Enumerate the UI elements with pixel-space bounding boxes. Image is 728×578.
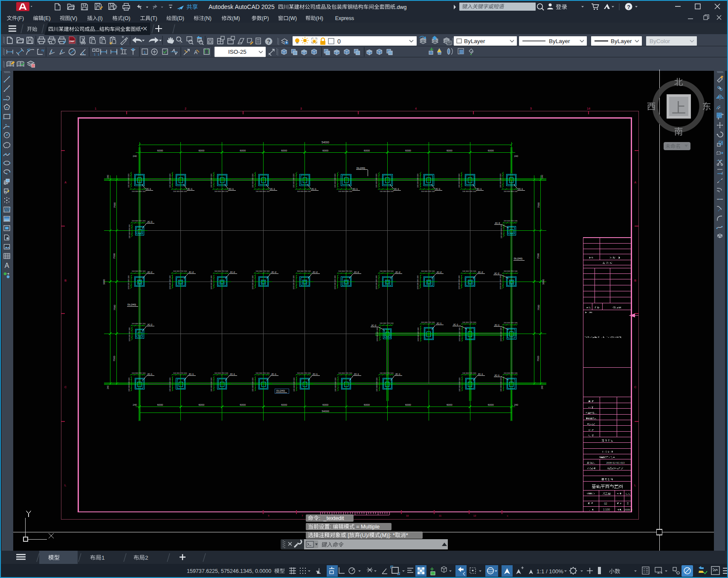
svg-text:JC-2: JC-2 bbox=[313, 271, 318, 273]
svg-text:240: 240 bbox=[133, 155, 136, 157]
svg-text:7: 7 bbox=[302, 514, 303, 517]
svg-text:JC-1: JC-1 bbox=[494, 324, 499, 326]
svg-text:1: 1 bbox=[102, 555, 105, 561]
svg-text:100 600 600 100: 100 600 600 100 bbox=[334, 275, 336, 289]
svg-text:54000: 54000 bbox=[322, 410, 329, 412]
svg-text:A: A bbox=[5, 262, 9, 269]
svg-text:JC-2: JC-2 bbox=[371, 324, 376, 327]
svg-text:6000: 6000 bbox=[405, 149, 411, 152]
svg-text:0: 0 bbox=[337, 38, 341, 45]
svg-text:100 600 600 100: 100 600 600 100 bbox=[500, 327, 502, 341]
svg-text:100 600 720 100: 100 600 720 100 bbox=[504, 372, 518, 374]
svg-text:JC-1: JC-1 bbox=[518, 188, 523, 190]
svg-text:...: ... bbox=[95, 26, 99, 32]
svg-text:7500: 7500 bbox=[113, 253, 116, 259]
svg-text:100 600 600 100: 100 600 600 100 bbox=[375, 275, 377, 289]
svg-text:7500: 7500 bbox=[537, 305, 540, 311]
svg-text:3: 3 bbox=[300, 107, 302, 110]
svg-text:JC-2: JC-2 bbox=[436, 271, 441, 273]
svg-text:100 600 900 100: 100 600 900 100 bbox=[375, 174, 377, 188]
svg-text:(E): (E) bbox=[44, 15, 50, 21]
svg-text:100 600 720 100: 100 600 720 100 bbox=[256, 270, 270, 272]
svg-text:(H): (H) bbox=[316, 15, 323, 21]
svg-text:100 600 600 100: 100 600 600 100 bbox=[500, 378, 502, 392]
svg-text:?: ? bbox=[267, 39, 270, 45]
svg-text:11: 11 bbox=[439, 514, 442, 517]
svg-text:2: 2 bbox=[185, 107, 186, 110]
svg-text:240: 240 bbox=[514, 155, 518, 157]
svg-text:100 600 600 100: 100 600 600 100 bbox=[128, 224, 131, 238]
svg-text:): ) bbox=[621, 337, 622, 338]
svg-text:JC-1: JC-1 bbox=[435, 188, 440, 190]
svg-text:JC-2: JC-2 bbox=[271, 271, 276, 273]
svg-text:): ) bbox=[592, 423, 593, 425]
svg-text:JC-2: JC-2 bbox=[478, 271, 483, 273]
svg-text:1: 1 bbox=[98, 52, 99, 56]
svg-text:(T): (T) bbox=[151, 15, 157, 21]
svg-text:100 600 900 100: 100 600 900 100 bbox=[293, 174, 295, 188]
svg-text:100 600 600 100: 100 600 600 100 bbox=[417, 327, 419, 341]
svg-text:(O): (O) bbox=[123, 15, 131, 21]
svg-text:240: 240 bbox=[514, 404, 518, 406]
svg-text:100 600 600 100: 100 600 600 100 bbox=[252, 275, 254, 289]
svg-text:6000: 6000 bbox=[488, 149, 494, 152]
svg-text:2: 2 bbox=[145, 555, 148, 561]
svg-text:JC-1: JC-1 bbox=[311, 188, 316, 190]
svg-text:(V): (V) bbox=[70, 15, 77, 21]
svg-text:JC-2: JC-2 bbox=[354, 271, 359, 273]
svg-text:6000: 6000 bbox=[281, 149, 287, 152]
svg-text:1: 1 bbox=[144, 50, 146, 55]
svg-text:100 600 600 100: 100 600 600 100 bbox=[421, 190, 435, 192]
svg-text:ISO-25: ISO-25 bbox=[228, 49, 247, 55]
svg-text:100 600 600 100: 100 600 600 100 bbox=[169, 378, 171, 392]
svg-text:100 600 720 100: 100 600 720 100 bbox=[421, 321, 435, 323]
svg-text:100 600 720 100: 100 600 720 100 bbox=[338, 372, 352, 374]
svg-text:100 600 720 100: 100 600 720 100 bbox=[297, 372, 311, 374]
svg-text:ByColor: ByColor bbox=[650, 38, 670, 44]
svg-text:JC-1: JC-1 bbox=[354, 373, 359, 375]
svg-text:3000: 3000 bbox=[542, 279, 545, 285]
svg-text:100 600 720 100: 100 600 720 100 bbox=[132, 322, 146, 325]
svg-text:100 600 600 100: 100 600 600 100 bbox=[173, 190, 187, 192]
svg-text:(: ( bbox=[589, 423, 590, 425]
svg-text:JC-2: JC-2 bbox=[395, 271, 400, 273]
svg-text:100 600 600 100: 100 600 600 100 bbox=[128, 275, 130, 289]
svg-text:C: C bbox=[64, 386, 67, 389]
svg-text:A: A bbox=[634, 181, 636, 184]
svg-text:L: L bbox=[64, 484, 67, 487]
svg-text:100 600 720 100: 100 600 720 100 bbox=[132, 220, 146, 222]
svg-text:6000: 6000 bbox=[240, 403, 246, 406]
svg-text:B: B bbox=[634, 279, 636, 282]
svg-text:100 600 720 100: 100 600 720 100 bbox=[256, 372, 270, 374]
svg-text:100 600 600 100: 100 600 600 100 bbox=[210, 378, 212, 392]
svg-text:240: 240 bbox=[107, 386, 109, 389]
svg-text:2008-SJ-SC-013: 2008-SJ-SC-013 bbox=[606, 462, 624, 464]
svg-text:JC-3: JC-3 bbox=[147, 221, 152, 223]
svg-text:(W): (W) bbox=[288, 15, 297, 21]
svg-text:7500: 7500 bbox=[537, 203, 540, 208]
svg-text:JC-1: JC-1 bbox=[229, 188, 234, 190]
svg-text:JC-1: JC-1 bbox=[436, 322, 441, 325]
svg-text:6000: 6000 bbox=[447, 149, 452, 152]
svg-text:1:1 / 100%: 1:1 / 100% bbox=[537, 568, 563, 575]
svg-text:100 600 720 100: 100 600 720 100 bbox=[380, 322, 394, 324]
svg-text:B: B bbox=[64, 279, 67, 282]
svg-text:C: C bbox=[634, 386, 636, 389]
svg-text:DL(240): DL(240) bbox=[514, 257, 522, 260]
svg-text:100 600 600 100: 100 600 600 100 bbox=[293, 275, 295, 289]
svg-text:100 600 900 100: 100 600 900 100 bbox=[499, 174, 502, 188]
svg-text:7500: 7500 bbox=[113, 305, 116, 311]
svg-text:100 600 720 100: 100 600 720 100 bbox=[338, 270, 352, 272]
svg-text:6000: 6000 bbox=[157, 149, 163, 152]
svg-text:100 600 900 100: 100 600 900 100 bbox=[169, 174, 171, 188]
svg-text:JC-1: JC-1 bbox=[476, 188, 481, 190]
svg-text:100 600 600 100: 100 600 600 100 bbox=[458, 378, 461, 392]
svg-text:100 600 600 100: 100 600 600 100 bbox=[215, 190, 229, 192]
svg-text:(F): (F) bbox=[17, 15, 24, 21]
svg-text:100 600 720 100: 100 600 720 100 bbox=[297, 270, 311, 272]
svg-text:100 600 720 100: 100 600 720 100 bbox=[504, 270, 518, 272]
svg-text:10: 10 bbox=[406, 514, 409, 517]
svg-text:DL(240): DL(240) bbox=[276, 389, 285, 392]
svg-text:(M): (M) bbox=[232, 15, 240, 21]
svg-text:(: ( bbox=[592, 337, 593, 338]
